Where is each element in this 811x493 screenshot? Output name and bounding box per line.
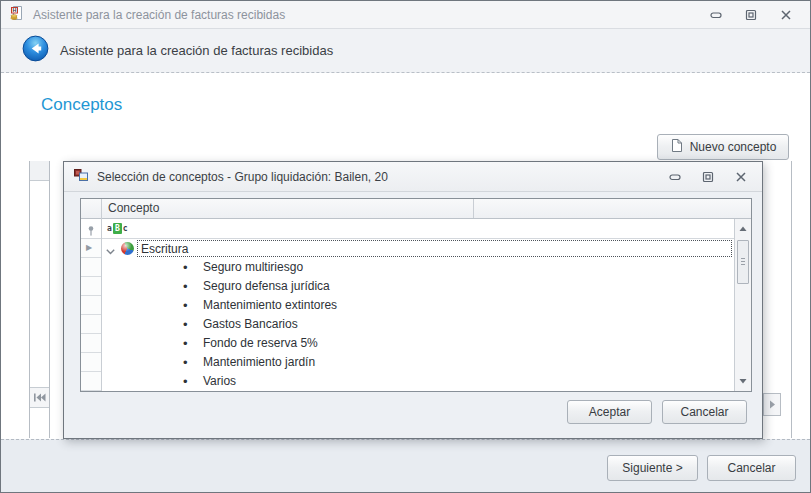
dialog-close-icon[interactable] (733, 169, 749, 185)
next-button[interactable]: Siguiente > (607, 455, 698, 481)
concept-tree-grid: Concepto a B c (80, 198, 752, 392)
next-label: Siguiente > (622, 461, 682, 475)
dialog-cancel-button[interactable]: Cancelar (662, 400, 747, 424)
gutter-separator (101, 199, 102, 391)
row-indicator-icon: ▶ (86, 244, 92, 252)
concept-item-row[interactable]: • Gastos Bancarios (81, 315, 734, 334)
chevron-down-icon[interactable] (105, 245, 116, 259)
item-row-content[interactable]: • Seguro defensa jurídica (101, 277, 734, 296)
bullet-icon: • (183, 372, 188, 391)
scroll-down-button[interactable] (735, 374, 751, 388)
wizard-cancel-button[interactable]: Cancelar (707, 455, 796, 481)
item-row-content[interactable]: • Mantenimiento jardín (101, 353, 734, 372)
dialog-minimize-icon[interactable] (667, 169, 683, 185)
minimize-icon[interactable] (708, 7, 724, 23)
filter-abc-icon[interactable]: a B c (107, 223, 128, 234)
concept-item-label: Seguro multiriesgo (203, 258, 303, 277)
accept-button[interactable]: Aceptar (567, 400, 652, 424)
dialog-title: Selección de conceptos - Grupo liquidaci… (97, 170, 388, 184)
concept-item-label: Mantenimiento extintores (203, 296, 337, 315)
background-grid-right-border (791, 161, 792, 438)
item-row-content[interactable]: • Varios (101, 372, 734, 391)
wizard-cancel-label: Cancelar (727, 461, 775, 475)
new-concept-button[interactable]: Nuevo concepto (657, 134, 789, 160)
page-title: Conceptos (41, 95, 122, 115)
app-icon: H (9, 5, 25, 25)
row-indicator-cell (81, 315, 101, 334)
wizard-header: Asistente para la creación de facturas r… (1, 29, 810, 73)
main-titlebar: H Asistente para la creación de facturas… (1, 1, 810, 29)
bullet-icon: • (183, 334, 188, 353)
svg-text:H: H (13, 7, 17, 13)
scroll-up-icon (739, 226, 747, 232)
window-title: Asistente para la creación de facturas r… (33, 8, 285, 22)
row-indicator-cell (81, 258, 101, 277)
background-grid-header-cell (30, 161, 49, 181)
concept-item-row[interactable]: • Seguro defensa jurídica (81, 277, 734, 296)
column-separator[interactable] (473, 199, 474, 218)
maximize-icon[interactable] (743, 7, 759, 23)
focused-cell[interactable]: Escritura (137, 240, 732, 257)
scroll-right-button[interactable] (763, 393, 781, 416)
scrollbar-thumb[interactable] (737, 240, 749, 284)
main-window: H Asistente para la creación de facturas… (0, 0, 811, 493)
vertical-scrollbar[interactable] (734, 219, 751, 391)
item-row-content[interactable]: • Fondo de reserva 5% (101, 334, 734, 353)
concept-item-row[interactable]: • Fondo de reserva 5% (81, 334, 734, 353)
row-indicator-cell (81, 353, 101, 372)
group-row-content[interactable]: Escritura (101, 239, 734, 258)
tree-rows: ▶ Escritura (81, 239, 734, 391)
group-label: Escritura (141, 242, 188, 256)
background-grid-indicator-column (29, 161, 50, 438)
abc-letter-c: c (123, 224, 128, 233)
dialog-titlebar: Selección de conceptos - Grupo liquidaci… (64, 162, 762, 192)
back-button[interactable] (22, 35, 49, 66)
row-indicator-cell (81, 334, 101, 353)
concept-item-row[interactable]: • Mantenimiento extintores (81, 296, 734, 315)
bullet-icon: • (183, 353, 188, 372)
close-icon[interactable] (778, 7, 794, 23)
scroll-right-icon (769, 400, 776, 409)
concept-item-label: Fondo de reserva 5% (203, 334, 318, 353)
concept-group-row[interactable]: ▶ Escritura (81, 239, 734, 258)
bullet-icon: • (183, 315, 188, 334)
dialog-maximize-icon[interactable] (700, 169, 716, 185)
dialog-window-controls (667, 169, 753, 185)
concept-item-row[interactable]: • Seguro multiriesgo (81, 258, 734, 277)
concept-item-row[interactable]: • Varios (81, 372, 734, 391)
abc-letter-b: B (113, 223, 122, 234)
column-header-concepto[interactable]: Concepto (108, 199, 159, 218)
concept-item-label: Gastos Bancarios (203, 315, 298, 334)
wizard-footer: Siguiente > Cancelar (1, 439, 810, 492)
dialog-cancel-label: Cancelar (680, 405, 728, 419)
concept-selection-dialog: Selección de conceptos - Grupo liquidaci… (63, 161, 763, 439)
dialog-icon (73, 167, 89, 187)
abc-letter-a: a (107, 224, 112, 233)
item-row-content[interactable]: • Mantenimiento extintores (101, 296, 734, 315)
bullet-icon: • (183, 296, 188, 315)
concept-item-label: Mantenimiento jardín (203, 353, 315, 372)
new-concept-label: Nuevo concepto (690, 140, 777, 154)
concept-item-label: Varios (203, 372, 236, 391)
new-document-icon (670, 138, 683, 156)
bullet-icon: • (183, 277, 188, 296)
concept-item-row[interactable]: • Mantenimiento jardín (81, 353, 734, 372)
scrollbar-grip (741, 258, 745, 265)
concept-group-icon (121, 242, 134, 255)
scroll-down-icon (739, 378, 747, 384)
grid-header-row: Concepto (81, 199, 751, 219)
row-indicator-cell (81, 296, 101, 315)
item-row-content[interactable]: • Seguro multiriesgo (101, 258, 734, 277)
concept-item-label: Seguro defensa jurídica (203, 277, 330, 296)
first-record-icon (33, 392, 46, 403)
window-controls (708, 7, 802, 23)
scroll-up-button[interactable] (735, 222, 751, 236)
wizard-header-title: Asistente para la creación de facturas r… (60, 43, 333, 58)
bullet-icon: • (183, 258, 188, 277)
accept-label: Aceptar (589, 405, 630, 419)
auto-filter-row[interactable]: a B c (81, 219, 751, 239)
row-indicator-cell: ▶ (81, 239, 101, 258)
first-record-button[interactable] (30, 387, 49, 408)
row-indicator-cell (81, 277, 101, 296)
item-row-content[interactable]: • Gastos Bancarios (101, 315, 734, 334)
